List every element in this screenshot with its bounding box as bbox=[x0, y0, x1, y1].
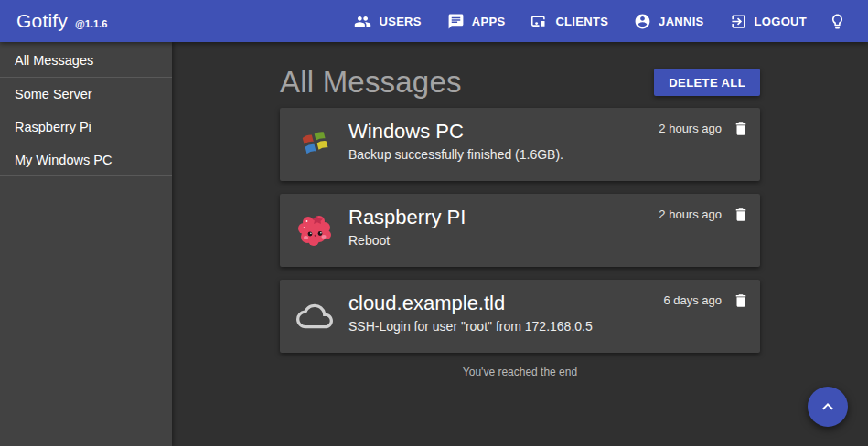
delete-message-button[interactable] bbox=[733, 121, 749, 137]
sidebar-item-some-server[interactable]: Some Server bbox=[0, 78, 172, 111]
message-text: cloud.example.tld SSH-Login for user "ro… bbox=[348, 280, 663, 353]
sidebar-item-raspberry-pi[interactable]: Raspberry Pi bbox=[0, 111, 172, 143]
account-circle-icon bbox=[634, 13, 651, 30]
scroll-to-top-button[interactable] bbox=[808, 387, 848, 427]
delete-message-button[interactable] bbox=[733, 292, 749, 309]
chevron-up-icon bbox=[817, 396, 839, 418]
logout-icon bbox=[730, 13, 747, 30]
message-body: Reboot bbox=[348, 233, 659, 248]
message-card: Windows PC Backup successfully finished … bbox=[280, 108, 760, 181]
page-header: All Messages DELETE ALL bbox=[280, 65, 760, 100]
message-meta: 6 days ago bbox=[663, 280, 749, 353]
message-title: Raspberry PI bbox=[348, 206, 659, 229]
sidebar-item-label: My Windows PC bbox=[15, 153, 112, 167]
message-card: cloud.example.tld SSH-Login for user "ro… bbox=[280, 280, 760, 353]
sidebar: All Messages Some Server Raspberry Pi My… bbox=[0, 42, 172, 446]
trash-icon bbox=[733, 207, 749, 223]
sidebar-item-all-messages[interactable]: All Messages bbox=[0, 43, 172, 78]
theme-toggle-button[interactable] bbox=[820, 5, 855, 37]
logout-button-label: LOGOUT bbox=[755, 15, 807, 28]
apps-button-label: APPS bbox=[472, 15, 506, 28]
message-timestamp: 2 hours ago bbox=[659, 207, 722, 221]
message-title: Windows PC bbox=[348, 120, 659, 143]
brand: Gotify @1.1.6 bbox=[16, 10, 107, 32]
users-icon bbox=[354, 13, 371, 30]
sidebar-item-label: Some Server bbox=[15, 87, 92, 101]
message-text: Raspberry PI Reboot bbox=[348, 194, 659, 267]
message-meta: 2 hours ago bbox=[659, 108, 749, 181]
message-body: SSH-Login for user "root" from 172.168.0… bbox=[348, 319, 663, 334]
top-navbar: Gotify @1.1.6 USERS APPS CLIENTS bbox=[0, 0, 868, 42]
clients-button-label: CLIENTS bbox=[555, 15, 608, 28]
sidebar-item-label: All Messages bbox=[15, 53, 93, 68]
message-body: Backup successfully finished (1.6GB). bbox=[348, 147, 659, 162]
users-button[interactable]: USERS bbox=[341, 5, 434, 37]
end-of-list-text: You've reached the end bbox=[280, 366, 760, 378]
users-button-label: USERS bbox=[379, 15, 421, 28]
app-version: @1.1.6 bbox=[75, 18, 107, 29]
sidebar-item-label: Raspberry Pi bbox=[15, 120, 91, 134]
trash-icon bbox=[733, 121, 749, 137]
message-timestamp: 2 hours ago bbox=[659, 122, 722, 135]
clients-button[interactable]: CLIENTS bbox=[518, 5, 621, 37]
delete-message-button[interactable] bbox=[733, 207, 749, 223]
apps-icon bbox=[447, 13, 465, 30]
user-account-button[interactable]: JANNIS bbox=[621, 5, 716, 37]
lightbulb-icon bbox=[829, 13, 846, 30]
delete-all-button[interactable]: DELETE ALL bbox=[654, 69, 760, 96]
clients-icon bbox=[530, 13, 548, 30]
sidebar-item-my-windows-pc[interactable]: My Windows PC bbox=[0, 143, 172, 176]
trash-icon bbox=[733, 292, 749, 309]
navbar-actions: USERS APPS CLIENTS JANNIS bbox=[341, 5, 855, 37]
message-timestamp: 6 days ago bbox=[663, 293, 722, 307]
message-card: Raspberry PI Reboot 2 hours ago bbox=[280, 194, 760, 267]
apps-button[interactable]: APPS bbox=[434, 5, 519, 37]
message-title: cloud.example.tld bbox=[348, 292, 663, 315]
logout-button[interactable]: LOGOUT bbox=[717, 5, 820, 37]
windows-logo bbox=[296, 126, 333, 163]
cloud-icon bbox=[296, 298, 333, 334]
main-content: All Messages DELETE ALL Windows PC Backu… bbox=[172, 42, 868, 446]
page-title: All Messages bbox=[280, 65, 462, 100]
app-title: Gotify bbox=[16, 10, 68, 32]
message-text: Windows PC Backup successfully finished … bbox=[348, 108, 659, 181]
message-meta: 2 hours ago bbox=[659, 194, 749, 267]
raspberry-logo bbox=[296, 212, 333, 249]
user-account-label: JANNIS bbox=[659, 15, 703, 28]
